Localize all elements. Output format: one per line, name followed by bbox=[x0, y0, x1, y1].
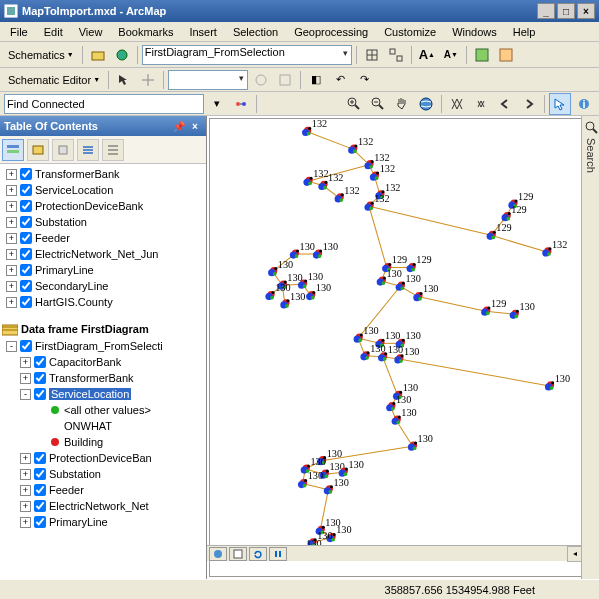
find-dropdown-icon[interactable]: ▾ bbox=[206, 93, 228, 115]
search-panel-collapsed[interactable]: Search bbox=[581, 116, 599, 579]
expand-icon[interactable]: + bbox=[6, 233, 17, 244]
layer-label[interactable]: TransformerBank bbox=[49, 372, 134, 384]
expand-icon[interactable]: + bbox=[20, 453, 31, 464]
menu-geoprocessing[interactable]: Geoprocessing bbox=[288, 24, 374, 40]
find-go-icon[interactable] bbox=[230, 93, 252, 115]
minimize-button[interactable]: _ bbox=[537, 3, 555, 19]
layer-label[interactable]: CapacitorBank bbox=[49, 356, 121, 368]
layer-label[interactable]: SecondaryLine bbox=[35, 280, 108, 292]
layer-checkbox[interactable] bbox=[34, 500, 46, 512]
layer-checkbox[interactable] bbox=[20, 248, 32, 260]
collapse-icon[interactable]: - bbox=[6, 341, 17, 352]
data-view-tab[interactable] bbox=[209, 547, 227, 561]
close-button[interactable]: × bbox=[577, 3, 595, 19]
menu-windows[interactable]: Windows bbox=[446, 24, 503, 40]
menu-insert[interactable]: Insert bbox=[183, 24, 223, 40]
layout-apply-icon[interactable] bbox=[250, 69, 272, 91]
open-diagram-icon[interactable] bbox=[87, 44, 109, 66]
layer-label[interactable]: Substation bbox=[49, 468, 101, 480]
expand-icon[interactable]: + bbox=[6, 201, 17, 212]
next-extent-icon[interactable] bbox=[518, 93, 540, 115]
layer-checkbox[interactable] bbox=[34, 468, 46, 480]
pause-drawing-icon[interactable] bbox=[269, 547, 287, 561]
symbol-label[interactable]: Building bbox=[64, 436, 103, 448]
editor-tool-a-icon[interactable]: ◧ bbox=[305, 69, 327, 91]
zoom-out-icon[interactable] bbox=[367, 93, 389, 115]
layer-checkbox[interactable] bbox=[34, 388, 46, 400]
pan-icon[interactable] bbox=[391, 93, 413, 115]
schematic-editor-menu[interactable]: Schematic Editor▼ bbox=[4, 72, 104, 88]
toc-list-by-selection-icon[interactable] bbox=[77, 139, 99, 161]
fixed-zoomout-icon[interactable] bbox=[470, 93, 492, 115]
expand-icon[interactable]: + bbox=[6, 297, 17, 308]
layer-label[interactable]: FirstDiagram_FromSelecti bbox=[35, 340, 163, 352]
layout-settings-icon[interactable] bbox=[274, 69, 296, 91]
map-view[interactable]: 1321321321321321321321321321291291291321… bbox=[207, 116, 599, 579]
diagram-dropdown[interactable]: FirstDiagram_FromSelection bbox=[142, 45, 352, 65]
layer-label[interactable]: Feeder bbox=[35, 232, 70, 244]
layer-label[interactable]: Feeder bbox=[49, 484, 84, 496]
layer-label[interactable]: ServiceLocation bbox=[35, 184, 113, 196]
layer-checkbox[interactable] bbox=[20, 280, 32, 292]
layer-checkbox[interactable] bbox=[34, 452, 46, 464]
layer-label[interactable]: TransformerBank bbox=[35, 168, 120, 180]
layer-checkbox[interactable] bbox=[20, 264, 32, 276]
font-increase-button[interactable]: A▲ bbox=[416, 44, 438, 66]
layer-checkbox[interactable] bbox=[20, 296, 32, 308]
expand-icon[interactable]: + bbox=[20, 373, 31, 384]
toc-list-by-drawing-icon[interactable] bbox=[2, 139, 24, 161]
expand-icon[interactable]: + bbox=[6, 249, 17, 260]
editor-layout-dropdown[interactable] bbox=[168, 70, 248, 90]
edit-select-icon[interactable] bbox=[113, 69, 135, 91]
expand-icon[interactable]: + bbox=[20, 501, 31, 512]
layer-label[interactable]: ElectricNetwork_Net bbox=[49, 500, 149, 512]
layer-label[interactable]: ProtectionDeviceBan bbox=[49, 452, 152, 464]
full-extent-icon[interactable] bbox=[415, 93, 437, 115]
expand-icon[interactable]: + bbox=[20, 469, 31, 480]
menu-help[interactable]: Help bbox=[507, 24, 542, 40]
layer-checkbox[interactable] bbox=[34, 516, 46, 528]
menu-selection[interactable]: Selection bbox=[227, 24, 284, 40]
expand-icon[interactable]: + bbox=[6, 281, 17, 292]
layout-view-tab[interactable] bbox=[229, 547, 247, 561]
propagate-map-icon[interactable] bbox=[361, 44, 383, 66]
layer-label[interactable]: ProtectionDeviceBank bbox=[35, 200, 143, 212]
layer-label-selected[interactable]: ServiceLocation bbox=[49, 388, 131, 400]
menu-view[interactable]: View bbox=[73, 24, 109, 40]
layer-checkbox[interactable] bbox=[34, 372, 46, 384]
schematic-save-icon[interactable] bbox=[495, 44, 517, 66]
update-diagram-icon[interactable] bbox=[385, 44, 407, 66]
layer-checkbox[interactable] bbox=[20, 200, 32, 212]
menu-file[interactable]: File bbox=[4, 24, 34, 40]
toc-options-icon[interactable] bbox=[102, 139, 124, 161]
generate-diagram-icon[interactable] bbox=[111, 44, 133, 66]
toc-close-icon[interactable]: × bbox=[188, 119, 202, 133]
toc-tree[interactable]: +TransformerBank +ServiceLocation +Prote… bbox=[0, 164, 206, 579]
identify-icon[interactable]: i bbox=[573, 93, 595, 115]
prev-extent-icon[interactable] bbox=[494, 93, 516, 115]
layer-checkbox[interactable] bbox=[20, 184, 32, 196]
layer-checkbox[interactable] bbox=[20, 216, 32, 228]
expand-icon[interactable]: + bbox=[20, 357, 31, 368]
layer-label[interactable]: PrimaryLine bbox=[35, 264, 94, 276]
menu-customize[interactable]: Customize bbox=[378, 24, 442, 40]
collapse-icon[interactable]: - bbox=[20, 389, 31, 400]
dataframe-header[interactable]: Data frame FirstDiagram bbox=[2, 320, 204, 338]
layer-checkbox[interactable] bbox=[20, 232, 32, 244]
menu-bookmarks[interactable]: Bookmarks bbox=[112, 24, 179, 40]
zoom-in-icon[interactable] bbox=[343, 93, 365, 115]
schematic-refresh-icon[interactable] bbox=[471, 44, 493, 66]
layer-label[interactable]: HartGIS.County bbox=[35, 296, 113, 308]
schematics-menu[interactable]: Schematics▼ bbox=[4, 47, 78, 63]
expand-icon[interactable]: + bbox=[6, 169, 17, 180]
expand-icon[interactable]: + bbox=[20, 517, 31, 528]
layer-checkbox[interactable] bbox=[20, 168, 32, 180]
select-elements-icon[interactable] bbox=[549, 93, 571, 115]
layer-label[interactable]: Substation bbox=[35, 216, 87, 228]
toc-list-by-source-icon[interactable] bbox=[27, 139, 49, 161]
expand-icon[interactable]: + bbox=[6, 185, 17, 196]
expand-icon[interactable]: + bbox=[6, 217, 17, 228]
editor-undo-icon[interactable]: ↶ bbox=[329, 69, 351, 91]
toc-pin-icon[interactable]: 📌 bbox=[172, 119, 186, 133]
toc-list-by-visibility-icon[interactable] bbox=[52, 139, 74, 161]
